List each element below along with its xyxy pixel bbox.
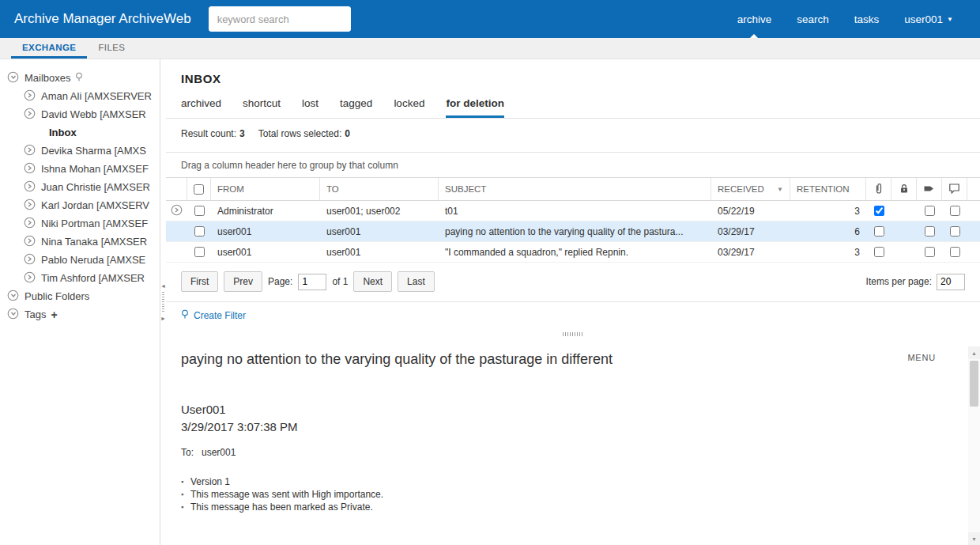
- tree-item-label: Pablo Neruda [AMXSE: [41, 254, 145, 266]
- sidebar-splitter[interactable]: ◄ ►: [160, 59, 166, 545]
- tree-item-mailbox[interactable]: Devika Sharma [AMXS: [0, 142, 160, 160]
- nav-tasks[interactable]: tasks: [842, 0, 892, 38]
- nav-archive[interactable]: archive: [725, 0, 785, 38]
- sort-dropdown-icon[interactable]: ▼: [777, 186, 783, 193]
- prev-page-button[interactable]: Prev: [224, 271, 262, 292]
- tree-item-mailbox[interactable]: Pablo Neruda [AMXSE: [0, 251, 160, 269]
- cell-from: Administrator: [211, 206, 320, 217]
- selected-rows-value: 0: [345, 128, 350, 139]
- app-title: Archive Manager ArchiveWeb: [0, 11, 209, 27]
- mailbox-tree: Mailboxes Aman Ali [AMXSERVER David Webb…: [0, 59, 160, 545]
- message-row-selected[interactable]: user001 user001 paying no attention to t…: [166, 221, 980, 242]
- comment-checkbox[interactable]: [950, 226, 960, 237]
- column-header-to[interactable]: TO: [320, 178, 439, 200]
- tree-item-mailboxes[interactable]: Mailboxes: [0, 69, 160, 87]
- column-header-retention[interactable]: RETENTION: [790, 178, 866, 200]
- row-checkbox[interactable]: [194, 206, 205, 216]
- tree-item-label: David Webb [AMXSER: [41, 108, 146, 120]
- tagged-checkbox[interactable]: [925, 226, 935, 237]
- filter-search-icon[interactable]: [75, 72, 84, 84]
- preview-flag-item: Version 1: [181, 475, 944, 488]
- cell-to: user001: [320, 247, 439, 258]
- keyword-search-input[interactable]: [209, 6, 351, 32]
- message-row[interactable]: user001 user001 "I commanded a squadron,…: [166, 242, 980, 263]
- select-all-checkbox-cell: [187, 178, 211, 200]
- selected-rows-label: Total rows selected:: [258, 128, 341, 139]
- user-name: user001: [904, 13, 943, 25]
- row-checkbox[interactable]: [194, 247, 205, 257]
- preview-menu-button[interactable]: MENU: [907, 353, 936, 362]
- tree-item-inbox-selected[interactable]: Inbox: [0, 123, 160, 142]
- preview-to-line: To:user001: [181, 447, 944, 458]
- result-count-label: Result count:: [181, 128, 236, 139]
- column-header-subject[interactable]: SUBJECT: [439, 178, 711, 200]
- preview-scrollbar[interactable]: ▲ ▼: [968, 346, 980, 545]
- page-number-input[interactable]: [298, 274, 326, 290]
- column-header-received[interactable]: RECEIVED ▼: [711, 178, 790, 200]
- preview-datetime: 3/29/2017 3:07:38 PM: [181, 420, 944, 433]
- nav-search[interactable]: search: [784, 0, 842, 38]
- view-tab-shortcut[interactable]: shortcut: [243, 97, 281, 118]
- scrollbar-track[interactable]: [968, 359, 980, 532]
- view-tab-bar: archived shortcut lost tagged locked for…: [166, 85, 980, 119]
- tab-exchange[interactable]: EXCHANGE: [11, 38, 87, 59]
- filler-column: [967, 178, 980, 200]
- cell-from: user001: [211, 226, 320, 237]
- column-header-comment[interactable]: [942, 178, 967, 200]
- tree-item-label: Juan Christie [AMXSER: [41, 181, 150, 193]
- tree-item-mailbox[interactable]: Ishna Mohan [AMXSEF: [0, 160, 160, 178]
- view-tab-lost[interactable]: lost: [302, 97, 318, 118]
- message-row[interactable]: Administrator user001; user002 t01 05/22…: [166, 201, 980, 221]
- tagged-checkbox[interactable]: [925, 206, 935, 216]
- tree-item-mailbox[interactable]: Juan Christie [AMXSER: [0, 178, 160, 196]
- tree-item-mailbox[interactable]: Karl Jordan [AMXSERV: [0, 196, 160, 214]
- attachment-checkbox[interactable]: [874, 247, 884, 257]
- add-tag-button[interactable]: +: [51, 308, 57, 321]
- column-header-from[interactable]: FROM: [211, 178, 320, 200]
- first-page-button[interactable]: First: [181, 271, 218, 292]
- comment-checkbox[interactable]: [950, 247, 960, 257]
- tree-item-mailbox[interactable]: David Webb [AMXSER: [0, 105, 160, 123]
- collapse-left-icon[interactable]: ◄: [160, 283, 166, 289]
- tree-item-mailbox[interactable]: Aman Ali [AMXSERVER: [0, 87, 160, 105]
- tree-item-mailbox[interactable]: Niki Portman [AMXSEF: [0, 214, 160, 233]
- tagged-checkbox[interactable]: [925, 247, 935, 257]
- column-header-locked[interactable]: [891, 178, 917, 200]
- comment-checkbox[interactable]: [950, 206, 960, 216]
- attachment-checkbox[interactable]: [874, 206, 884, 216]
- scrollbar-thumb[interactable]: [970, 361, 978, 407]
- top-bar: Archive Manager ArchiveWeb archive searc…: [0, 0, 980, 38]
- column-header-attachment[interactable]: [866, 178, 891, 200]
- expand-row-icon[interactable]: [171, 204, 183, 218]
- scroll-down-icon[interactable]: ▼: [968, 532, 980, 545]
- to-label: To:: [181, 447, 194, 458]
- items-per-page-input[interactable]: [937, 274, 965, 290]
- tree-item-label: Devika Sharma [AMXS: [41, 145, 146, 157]
- comment-icon: [948, 183, 960, 195]
- view-tab-for-deletion[interactable]: for deletion: [446, 97, 504, 118]
- scroll-up-icon[interactable]: ▲: [968, 346, 980, 359]
- preview-splitter[interactable]: [166, 328, 980, 340]
- tab-files[interactable]: FILES: [87, 38, 136, 59]
- row-checkbox[interactable]: [194, 226, 205, 237]
- select-all-checkbox[interactable]: [194, 184, 204, 195]
- attachment-checkbox[interactable]: [874, 226, 884, 237]
- view-tab-tagged[interactable]: tagged: [340, 97, 372, 118]
- tree-item-label: Niki Portman [AMXSEF: [41, 218, 148, 229]
- circle-arrow-icon: [24, 271, 36, 286]
- cell-subject: "I commanded a squadron," replied Repnin…: [439, 247, 711, 258]
- expand-right-icon[interactable]: ►: [160, 316, 166, 321]
- last-page-button[interactable]: Last: [398, 271, 435, 292]
- nav-user-menu[interactable]: user001 ▼: [891, 0, 966, 38]
- tree-item-tags[interactable]: Tags +: [0, 305, 160, 324]
- column-header-tagged[interactable]: [917, 178, 942, 200]
- cell-from: user001: [211, 247, 320, 258]
- create-filter-link[interactable]: Create Filter: [181, 309, 246, 321]
- tree-item-mailbox[interactable]: Nina Tanaka [AMXSER: [0, 233, 160, 251]
- tree-item-public-folders[interactable]: Public Folders: [0, 287, 160, 305]
- circle-arrow-icon: [7, 308, 19, 322]
- next-page-button[interactable]: Next: [353, 271, 392, 292]
- tree-item-mailbox[interactable]: Tim Ashford [AMXSER: [0, 269, 160, 287]
- view-tab-locked[interactable]: locked: [394, 97, 424, 118]
- view-tab-archived[interactable]: archived: [181, 97, 221, 118]
